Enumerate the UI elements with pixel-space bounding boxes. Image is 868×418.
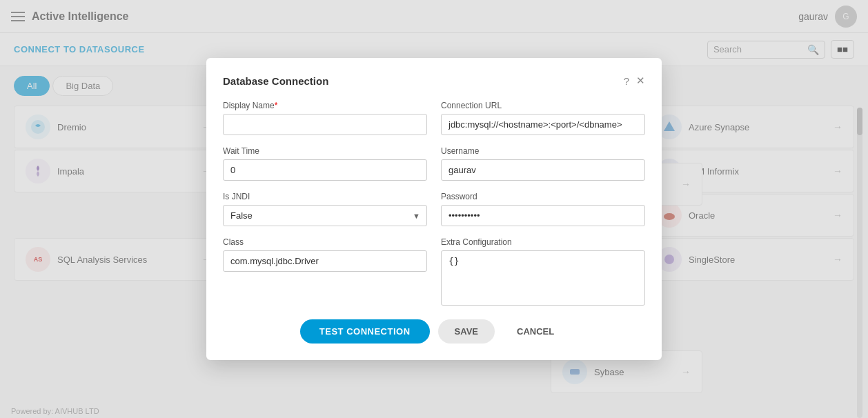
- connection-url-group: Connection URL: [441, 101, 645, 135]
- test-connection-button[interactable]: TEST CONNECTION: [300, 319, 430, 344]
- help-icon[interactable]: ?: [624, 75, 629, 87]
- form-row-4: Class Extra Configuration {}: [223, 237, 645, 306]
- modal-header: Database Connection ? ✕: [223, 74, 645, 87]
- wait-time-input[interactable]: [223, 159, 427, 181]
- form-row-3: Is JNDI False True ▼ Password: [223, 192, 645, 226]
- username-group: Username: [441, 146, 645, 181]
- connection-url-label: Connection URL: [441, 101, 645, 110]
- password-group: Password: [441, 192, 645, 226]
- class-label: Class: [223, 237, 427, 247]
- username-input[interactable]: [441, 159, 645, 181]
- display-name-input[interactable]: [223, 114, 427, 135]
- required-star: *: [275, 101, 278, 110]
- is-jndi-select[interactable]: False True: [223, 205, 427, 226]
- extra-config-group: Extra Configuration {}: [441, 237, 645, 306]
- class-input[interactable]: [223, 250, 427, 272]
- password-input[interactable]: [441, 205, 645, 226]
- extra-config-label: Extra Configuration: [441, 237, 645, 247]
- extra-config-textarea[interactable]: {}: [441, 250, 645, 306]
- modal-title: Database Connection: [223, 75, 328, 87]
- close-icon[interactable]: ✕: [636, 74, 645, 87]
- connection-url-input[interactable]: [441, 114, 645, 135]
- is-jndi-group: Is JNDI False True ▼: [223, 192, 427, 226]
- form-row-2: Wait Time Username: [223, 146, 645, 181]
- modal-overlay: Database Connection ? ✕ Display Name* Co…: [0, 0, 868, 418]
- password-label: Password: [441, 192, 645, 201]
- cancel-button[interactable]: CANCEL: [503, 319, 568, 344]
- wait-time-group: Wait Time: [223, 146, 427, 181]
- display-name-label: Display Name*: [223, 101, 427, 110]
- modal-footer: TEST CONNECTION SAVE CANCEL: [223, 319, 645, 344]
- username-label: Username: [441, 146, 645, 156]
- wait-time-label: Wait Time: [223, 146, 427, 156]
- display-name-group: Display Name*: [223, 101, 427, 135]
- database-connection-modal: Database Connection ? ✕ Display Name* Co…: [206, 58, 662, 360]
- is-jndi-select-wrapper: False True ▼: [223, 205, 427, 226]
- form-row-1: Display Name* Connection URL: [223, 101, 645, 135]
- class-group: Class: [223, 237, 427, 306]
- save-button[interactable]: SAVE: [438, 319, 495, 344]
- is-jndi-label: Is JNDI: [223, 192, 427, 201]
